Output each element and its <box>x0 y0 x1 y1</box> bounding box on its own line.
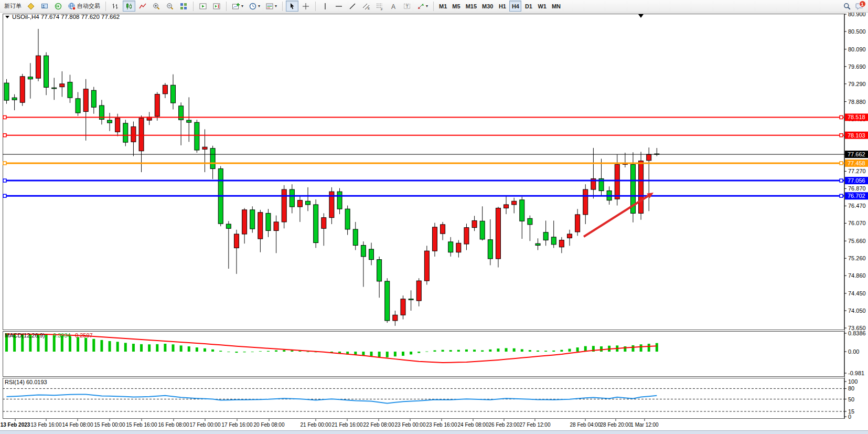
macd-histogram-bar <box>442 350 444 352</box>
time-tick-label: 24 Feb 08:00 <box>458 422 489 427</box>
price-tick-label: 79.690 <box>848 63 866 70</box>
candle-body <box>210 149 215 169</box>
tile-windows-button[interactable] <box>177 1 190 12</box>
candle-body <box>266 213 271 230</box>
candle-body <box>535 244 540 245</box>
hline-handle[interactable] <box>840 115 843 119</box>
add-indicator-button[interactable]: ▾ <box>230 1 245 12</box>
shapes-button[interactable]: ▾ <box>414 1 430 12</box>
autoscroll-button[interactable] <box>197 1 209 12</box>
chat-button[interactable]: 1 <box>853 1 866 12</box>
zoom-in-button[interactable] <box>150 1 163 12</box>
hline-handle[interactable] <box>3 194 6 197</box>
candle-body <box>44 56 49 87</box>
candle-body <box>416 281 421 301</box>
candle-body <box>615 164 619 199</box>
templates-button[interactable]: ▾ <box>263 1 279 12</box>
chart-shift-button[interactable] <box>210 1 223 12</box>
candle-body <box>60 84 65 87</box>
macd-histogram-bar <box>537 351 539 352</box>
price-tick-label: 74.860 <box>848 272 866 279</box>
text-button[interactable]: A <box>387 1 400 12</box>
candle-body <box>361 245 366 256</box>
candlestick-chart-icon <box>125 2 133 10</box>
timeframe-m30-button[interactable]: M30 <box>480 1 495 12</box>
hline-handle[interactable] <box>840 194 843 197</box>
market-watch-button[interactable] <box>38 1 51 12</box>
label-button[interactable]: T <box>401 1 413 12</box>
line-chart-button[interactable] <box>136 1 149 12</box>
main-pane[interactable] <box>3 14 844 330</box>
price-tick-label: 80.500 <box>848 28 866 35</box>
macd-histogram-bar <box>569 349 571 352</box>
search-button[interactable] <box>841 1 853 12</box>
hline-handle[interactable] <box>3 179 6 182</box>
window-bottom-edge <box>0 430 868 434</box>
candlestick-chart-button[interactable] <box>123 1 135 12</box>
metaeditor-icon <box>27 2 35 10</box>
macd-histogram-bar <box>457 350 460 352</box>
timeframe-m1-button[interactable]: M1 <box>437 1 449 12</box>
svg-text:78.518: 78.518 <box>848 114 865 120</box>
candle-body <box>274 222 278 230</box>
timeframe-m15-button[interactable]: M15 <box>464 1 479 12</box>
candle-body <box>76 99 80 113</box>
autotrading-label: 自动交易 <box>77 2 100 10</box>
hline-handle[interactable] <box>840 179 843 182</box>
metaeditor-button[interactable] <box>25 1 37 12</box>
timeframe-m5-button[interactable]: M5 <box>450 1 462 12</box>
rsi-axis-label: 50 <box>848 396 854 403</box>
timeframe-d1-button[interactable]: D1 <box>522 1 534 12</box>
cursor-button[interactable] <box>286 1 298 12</box>
bar-chart-button[interactable] <box>109 1 122 12</box>
signals-button[interactable] <box>52 1 65 12</box>
macd-histogram-bar <box>77 337 79 352</box>
chart-window[interactable]: USOil-,H4 77.674 77.808 77.620 77.66280.… <box>0 13 868 430</box>
hline-handle[interactable] <box>3 115 6 119</box>
new-order-label: 新订单 <box>4 2 22 10</box>
rsi-pane[interactable] <box>3 378 844 419</box>
price-badge-77.056: 77.056 <box>845 177 868 184</box>
hline-handle[interactable] <box>840 162 843 165</box>
macd-histogram-bar <box>378 352 381 357</box>
time-tick-label: 1 Mar 12:00 <box>630 422 659 427</box>
candle-body <box>139 118 144 151</box>
svg-text:MACD(12,26,9): MACD(12,26,9) <box>5 332 45 338</box>
chevron-down-icon: ▾ <box>275 4 277 8</box>
macd-histogram-bar <box>283 350 285 352</box>
timeframe-w1-button[interactable]: W1 <box>535 1 549 12</box>
hline-handle[interactable] <box>3 162 6 165</box>
crosshair-button[interactable] <box>299 1 312 12</box>
macd-histogram-bar <box>656 343 658 352</box>
time-tick-label: 21 Feb 16:00 <box>332 422 363 427</box>
autotrading-button[interactable]: 自动交易 <box>66 1 102 12</box>
macd-axis-label: -0.981 <box>848 370 864 376</box>
svg-text:0.3934: 0.3934 <box>53 332 71 338</box>
periods-icon <box>249 2 257 10</box>
market-watch-icon <box>40 2 49 10</box>
candle-body <box>441 225 445 234</box>
vertical-line-button[interactable] <box>319 1 331 12</box>
price-chart[interactable]: USOil-,H4 77.674 77.808 77.620 77.66280.… <box>0 13 868 427</box>
timeframe-mn-button[interactable]: MN <box>550 1 563 12</box>
zoom-out-button[interactable] <box>164 1 176 12</box>
channel-button[interactable]: E <box>360 1 372 12</box>
new-order-button[interactable]: 新订单 <box>2 1 24 12</box>
trendline-button[interactable] <box>346 1 359 12</box>
macd-pane[interactable] <box>3 332 844 377</box>
chart-shift-icon <box>212 2 221 10</box>
candle-body <box>647 154 651 161</box>
candle-body <box>187 120 191 122</box>
timeframe-h1-button[interactable]: H1 <box>496 1 508 12</box>
candle-body <box>163 85 167 93</box>
macd-histogram-bar <box>100 340 103 352</box>
candle-body <box>337 192 342 209</box>
timeframe-h4-button[interactable]: H4 <box>509 1 521 12</box>
fibonacci-button[interactable]: F <box>373 1 386 12</box>
hline-handle[interactable] <box>3 134 6 137</box>
hline-handle[interactable] <box>840 134 843 137</box>
horizontal-line-button[interactable] <box>333 1 345 12</box>
candle-body <box>409 299 413 300</box>
candle-body <box>567 234 572 238</box>
periods-button[interactable]: ▾ <box>247 1 262 12</box>
